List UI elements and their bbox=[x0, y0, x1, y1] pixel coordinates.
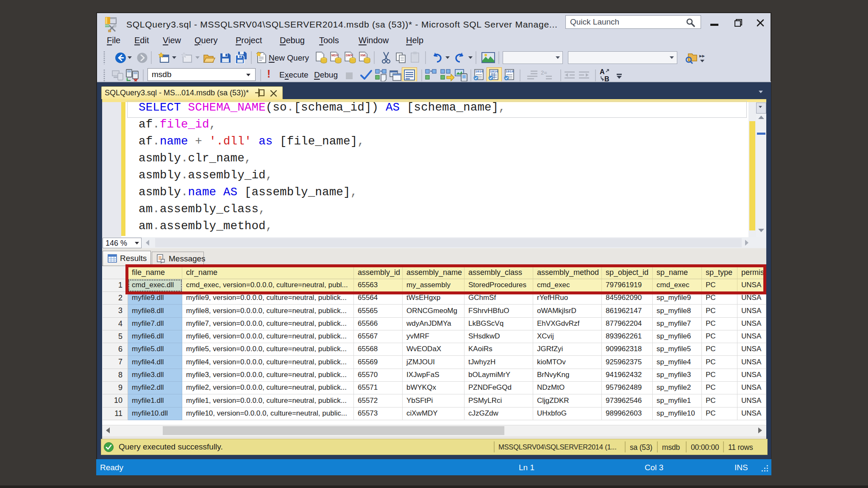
svg-text:MDX: MDX bbox=[331, 54, 338, 57]
svg-text:1010: 1010 bbox=[506, 69, 514, 73]
svg-text:1010: 1010 bbox=[490, 69, 498, 73]
svg-text:1010: 1010 bbox=[475, 69, 483, 73]
svg-text:XML: XML bbox=[360, 54, 367, 57]
svg-text:A: A bbox=[600, 68, 605, 75]
svg-text:DMX: DMX bbox=[346, 54, 353, 57]
svg-text:2=: 2= bbox=[541, 69, 547, 76]
